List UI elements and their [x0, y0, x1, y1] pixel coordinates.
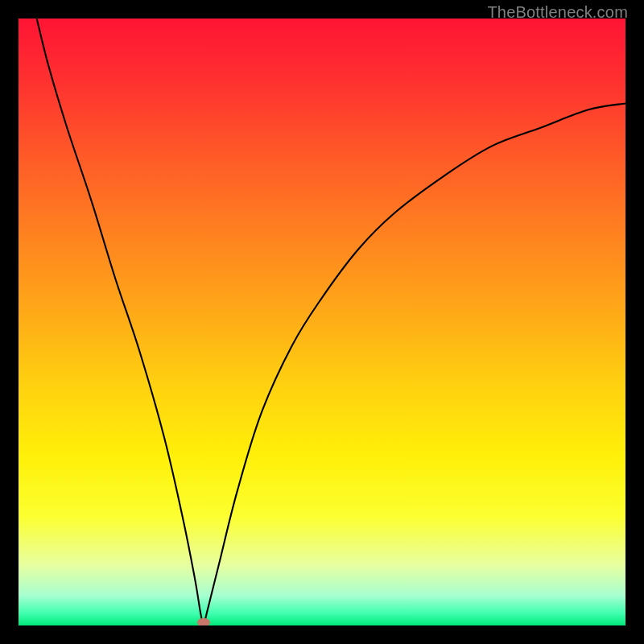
optimal-marker	[197, 618, 210, 625]
chart-svg	[19, 19, 625, 625]
watermark-text: TheBottleneck.com	[487, 3, 628, 22]
bottleneck-curve	[37, 19, 625, 625]
plot-area	[19, 19, 625, 625]
chart-container: TheBottleneck.com	[0, 0, 644, 644]
